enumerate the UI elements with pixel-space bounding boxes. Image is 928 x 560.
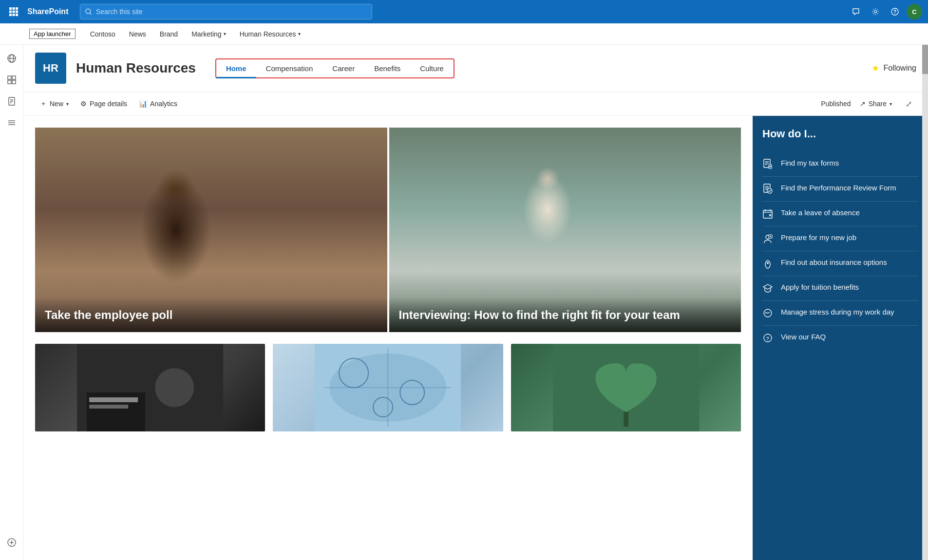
- svg-rect-4: [13, 11, 15, 13]
- nav-item-brand[interactable]: Brand: [153, 23, 185, 45]
- insurance-icon: [762, 258, 774, 270]
- svg-point-62: [575, 210, 619, 249]
- panel-item-text-leave: Take a leave of absence: [781, 207, 860, 218]
- analytics-button[interactable]: 📊 Analytics: [134, 97, 182, 111]
- page-details-button[interactable]: ⚙ Page details: [76, 97, 132, 111]
- nav-item-contoso[interactable]: Contoso: [83, 23, 122, 45]
- panel-item-tax[interactable]: Find my tax forms: [762, 152, 918, 177]
- tab-home[interactable]: Home: [216, 59, 256, 77]
- panel-item-faq[interactable]: ? View our FAQ: [762, 326, 918, 350]
- chat-icon[interactable]: [848, 4, 864, 19]
- hero-caption-right: Interviewing: How to find the right fit …: [389, 298, 741, 332]
- expand-button[interactable]: ⤢: [901, 96, 916, 112]
- search-bar[interactable]: [80, 4, 372, 19]
- svg-point-55: [564, 272, 567, 275]
- hero-card-right[interactable]: Interviewing: How to find the right fit …: [389, 128, 741, 332]
- nav-item-marketing[interactable]: Marketing ▾: [185, 23, 232, 45]
- panel-item-text-tuition: Apply for tuition benefits: [781, 282, 859, 292]
- plus-icon: ＋: [40, 99, 47, 108]
- page-nav-tabs: Home Compensation Career Benefits Cultur…: [215, 58, 455, 78]
- following-button[interactable]: ★ Following: [871, 63, 916, 74]
- stress-icon: [762, 308, 774, 319]
- svg-rect-1: [13, 7, 15, 10]
- svg-rect-6: [9, 14, 12, 16]
- svg-point-63: [587, 241, 595, 246]
- left-sidebar: [0, 45, 23, 560]
- how-do-i-panel: How do I... Find my tax forms Find the P…: [753, 116, 928, 560]
- main-content: HR Human Resources Home Compensation Car…: [23, 45, 928, 560]
- hero-caption-text-left: Take the employee poll: [45, 307, 378, 322]
- svg-point-103: [767, 262, 769, 264]
- scrollbar-track: [922, 45, 928, 560]
- scrollbar-thumb[interactable]: [922, 45, 928, 74]
- svg-rect-19: [8, 80, 11, 84]
- hero-caption-text-right: Interviewing: How to find the right fit …: [399, 307, 732, 322]
- tuition-icon: [762, 283, 774, 295]
- share-button[interactable]: ↗ Share ▾: [855, 97, 897, 111]
- page-header: HR Human Resources Home Compensation Car…: [23, 45, 928, 92]
- svg-rect-8: [16, 14, 18, 16]
- new-job-icon: [762, 233, 774, 245]
- svg-point-93: [767, 188, 772, 193]
- thumbnail-card-1[interactable]: [35, 344, 265, 431]
- svg-point-67: [633, 249, 682, 303]
- panel-item-tuition[interactable]: Apply for tuition benefits: [762, 276, 918, 301]
- panel-item-insurance[interactable]: Find out about insurance options: [762, 251, 918, 276]
- tax-forms-icon: [762, 159, 774, 170]
- svg-rect-33: [245, 152, 323, 274]
- svg-point-72: [155, 368, 194, 407]
- svg-rect-70: [89, 397, 138, 402]
- thumbnail-card-3[interactable]: [511, 344, 741, 431]
- tab-culture[interactable]: Culture: [410, 59, 453, 77]
- svg-rect-3: [9, 11, 12, 13]
- hero-card-left[interactable]: Take the employee poll: [35, 128, 387, 332]
- top-navigation-bar: SharePoint ? C: [0, 0, 928, 23]
- svg-rect-81: [624, 412, 628, 427]
- panel-item-review[interactable]: Find the Performance Review Form: [762, 177, 918, 202]
- panel-item-newjob[interactable]: Prepare for my new job: [762, 226, 918, 251]
- search-input[interactable]: [96, 8, 367, 16]
- content-area: Take the employee poll: [23, 116, 928, 560]
- review-form-icon: [762, 184, 774, 195]
- panel-item-stress[interactable]: Manage stress during my work day: [762, 301, 918, 326]
- panel-item-text-tax: Find my tax forms: [781, 158, 839, 168]
- settings-icon[interactable]: [868, 4, 883, 19]
- waffle-icon[interactable]: [6, 4, 21, 19]
- nav-item-hr[interactable]: Human Resources ▾: [233, 23, 307, 45]
- svg-rect-5: [16, 11, 18, 13]
- tab-compensation[interactable]: Compensation: [256, 59, 323, 77]
- toolbar-right: Published ↗ Share ▾ ⤢: [821, 96, 916, 112]
- published-status: Published: [821, 100, 851, 108]
- nav-item-news[interactable]: News: [122, 23, 153, 45]
- svg-rect-20: [12, 80, 16, 84]
- sidebar-page-icon[interactable]: [2, 92, 21, 111]
- svg-point-51: [628, 179, 653, 213]
- panel-title: How do I...: [762, 128, 918, 140]
- tab-career[interactable]: Career: [322, 59, 364, 77]
- avatar[interactable]: C: [907, 4, 922, 19]
- sidebar-add-icon[interactable]: [2, 533, 21, 552]
- thumbnail-svg-2: [273, 344, 503, 431]
- svg-point-61: [575, 219, 619, 270]
- thumbnail-card-2[interactable]: [273, 344, 503, 431]
- new-button[interactable]: ＋ New ▾: [35, 96, 74, 111]
- panel-item-leave[interactable]: Take a leave of absence: [762, 202, 918, 226]
- sidebar-list-icon[interactable]: [2, 113, 21, 132]
- app-launcher-button[interactable]: App launcher: [29, 29, 76, 39]
- svg-point-56: [571, 277, 574, 280]
- page-title: Human Resources: [76, 60, 196, 76]
- svg-rect-32: [99, 128, 323, 274]
- chevron-down-icon: ▾: [298, 31, 301, 37]
- chevron-down-icon: ▾: [224, 31, 226, 37]
- thumbnail-svg-1: [35, 344, 265, 431]
- svg-rect-71: [89, 405, 128, 409]
- thumbnail-row: [35, 344, 741, 431]
- svg-text:?: ?: [893, 9, 896, 15]
- tab-benefits[interactable]: Benefits: [364, 59, 410, 77]
- sidebar-globe-icon[interactable]: [2, 49, 21, 68]
- help-icon[interactable]: ?: [887, 4, 903, 19]
- svg-point-9: [86, 9, 91, 14]
- svg-text:?: ?: [766, 336, 769, 341]
- svg-rect-7: [13, 14, 15, 16]
- sidebar-grid-icon[interactable]: [2, 70, 21, 90]
